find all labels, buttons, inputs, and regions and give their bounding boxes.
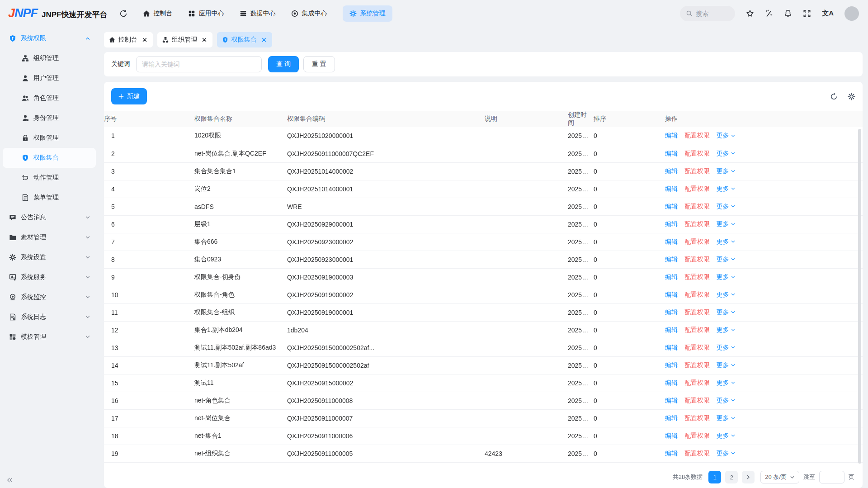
more-link[interactable]: 更多 xyxy=(717,397,736,405)
configure-permission-link[interactable]: 配置权限 xyxy=(684,273,710,280)
more-link[interactable]: 更多 xyxy=(717,450,736,458)
more-link[interactable]: 更多 xyxy=(717,308,736,317)
configure-permission-link[interactable]: 配置权限 xyxy=(684,414,710,422)
tab[interactable]: 权限集合 xyxy=(217,32,272,47)
sidebar-item[interactable]: 公告消息 xyxy=(0,208,99,227)
top-nav-item[interactable]: 集成中心 xyxy=(291,5,327,22)
app-logo[interactable]: JNPF JNPF快速开发平台 xyxy=(8,6,108,20)
sidebar-item[interactable]: 权限管理 xyxy=(0,128,99,148)
jump-page-input[interactable] xyxy=(819,471,844,483)
top-nav-item[interactable]: 应用中心 xyxy=(188,5,224,22)
page-2-button[interactable]: 2 xyxy=(725,471,738,483)
table-refresh-icon[interactable] xyxy=(830,93,838,100)
edit-link[interactable]: 编辑 xyxy=(665,432,678,439)
edit-link[interactable]: 编辑 xyxy=(665,220,678,227)
configure-permission-link[interactable]: 配置权限 xyxy=(684,203,710,210)
keyword-input[interactable] xyxy=(136,56,262,72)
edit-link[interactable]: 编辑 xyxy=(665,361,678,369)
sidebar-item[interactable]: 身份管理 xyxy=(0,108,99,128)
sidebar-item[interactable]: 动作管理 xyxy=(0,168,99,188)
sidebar-item[interactable]: 组织管理 xyxy=(0,48,99,68)
edit-link[interactable]: 编辑 xyxy=(665,256,678,263)
user-avatar[interactable] xyxy=(844,6,859,21)
edit-link[interactable]: 编辑 xyxy=(665,379,678,386)
more-link[interactable]: 更多 xyxy=(717,291,736,299)
configure-permission-link[interactable]: 配置权限 xyxy=(684,308,710,316)
sidebar-collapse-button[interactable] xyxy=(6,477,13,484)
configure-permission-link[interactable]: 配置权限 xyxy=(684,132,710,139)
close-icon[interactable] xyxy=(261,37,267,43)
configure-permission-link[interactable]: 配置权限 xyxy=(684,432,710,439)
more-link[interactable]: 更多 xyxy=(717,150,736,158)
sidebar-item[interactable]: 系统日志 xyxy=(0,307,99,327)
language-icon[interactable]: 文A xyxy=(822,9,834,18)
new-button[interactable]: 新建 xyxy=(111,88,147,104)
configure-permission-link[interactable]: 配置权限 xyxy=(684,150,710,157)
more-link[interactable]: 更多 xyxy=(717,326,736,334)
sidebar-item[interactable]: 素材管理 xyxy=(0,227,99,247)
ai-assistant-icon[interactable] xyxy=(765,9,773,18)
sidebar-item[interactable]: 系统服务 xyxy=(0,267,99,287)
more-link[interactable]: 更多 xyxy=(717,185,736,193)
edit-link[interactable]: 编辑 xyxy=(665,185,678,192)
edit-link[interactable]: 编辑 xyxy=(665,273,678,280)
more-link[interactable]: 更多 xyxy=(717,220,736,228)
configure-permission-link[interactable]: 配置权限 xyxy=(684,220,710,227)
sidebar-item[interactable]: 系统设置 xyxy=(0,247,99,267)
configure-permission-link[interactable]: 配置权限 xyxy=(684,344,710,351)
sidebar-item[interactable]: 系统监控 xyxy=(0,287,99,307)
more-link[interactable]: 更多 xyxy=(717,344,736,352)
fullscreen-icon[interactable] xyxy=(803,9,811,18)
edit-link[interactable]: 编辑 xyxy=(665,414,678,422)
page-1-button[interactable]: 1 xyxy=(708,471,721,483)
sidebar-item[interactable]: 用户管理 xyxy=(0,68,99,88)
sidebar-item[interactable]: 角色管理 xyxy=(0,88,99,108)
table-scrollbar[interactable] xyxy=(858,129,861,464)
configure-permission-link[interactable]: 配置权限 xyxy=(684,291,710,298)
global-search[interactable] xyxy=(680,6,735,21)
more-link[interactable]: 更多 xyxy=(717,256,736,264)
edit-link[interactable]: 编辑 xyxy=(665,238,678,245)
sidebar-item[interactable]: 系统权限 xyxy=(0,28,99,48)
search-button[interactable]: 查 询 xyxy=(268,56,299,72)
more-link[interactable]: 更多 xyxy=(717,238,736,246)
edit-link[interactable]: 编辑 xyxy=(665,397,678,404)
close-icon[interactable] xyxy=(142,37,148,43)
refresh-icon[interactable] xyxy=(119,9,127,18)
edit-link[interactable]: 编辑 xyxy=(665,291,678,298)
configure-permission-link[interactable]: 配置权限 xyxy=(684,379,710,386)
edit-link[interactable]: 编辑 xyxy=(665,203,678,210)
more-link[interactable]: 更多 xyxy=(717,361,736,370)
table-settings-gear-icon[interactable] xyxy=(848,93,855,100)
more-link[interactable]: 更多 xyxy=(717,273,736,281)
configure-permission-link[interactable]: 配置权限 xyxy=(684,185,710,192)
edit-link[interactable]: 编辑 xyxy=(665,344,678,351)
close-icon[interactable] xyxy=(201,37,208,43)
sidebar-item[interactable]: 模板管理 xyxy=(0,327,99,347)
more-link[interactable]: 更多 xyxy=(717,432,736,440)
top-nav-item[interactable]: 控制台 xyxy=(143,5,173,22)
sidebar-item[interactable]: 菜单管理 xyxy=(0,188,99,208)
configure-permission-link[interactable]: 配置权限 xyxy=(684,167,710,175)
edit-link[interactable]: 编辑 xyxy=(665,326,678,333)
sidebar-item[interactable]: 权限集合 xyxy=(3,148,96,168)
more-link[interactable]: 更多 xyxy=(717,379,736,387)
reset-button[interactable]: 重 置 xyxy=(303,56,335,72)
global-search-input[interactable] xyxy=(696,10,728,17)
configure-permission-link[interactable]: 配置权限 xyxy=(684,238,710,245)
top-nav-item[interactable]: 系统管理 xyxy=(343,5,392,22)
configure-permission-link[interactable]: 配置权限 xyxy=(684,450,710,457)
next-page-button[interactable] xyxy=(742,471,755,483)
edit-link[interactable]: 编辑 xyxy=(665,167,678,175)
configure-permission-link[interactable]: 配置权限 xyxy=(684,256,710,263)
more-link[interactable]: 更多 xyxy=(717,132,736,140)
tab[interactable]: 控制台 xyxy=(104,32,153,47)
tab[interactable]: 组织管理 xyxy=(157,32,212,47)
configure-permission-link[interactable]: 配置权限 xyxy=(684,326,710,333)
edit-link[interactable]: 编辑 xyxy=(665,132,678,139)
edit-link[interactable]: 编辑 xyxy=(665,150,678,157)
notifications-bell-icon[interactable] xyxy=(784,9,792,18)
edit-link[interactable]: 编辑 xyxy=(665,450,678,457)
edit-link[interactable]: 编辑 xyxy=(665,308,678,316)
more-link[interactable]: 更多 xyxy=(717,203,736,211)
